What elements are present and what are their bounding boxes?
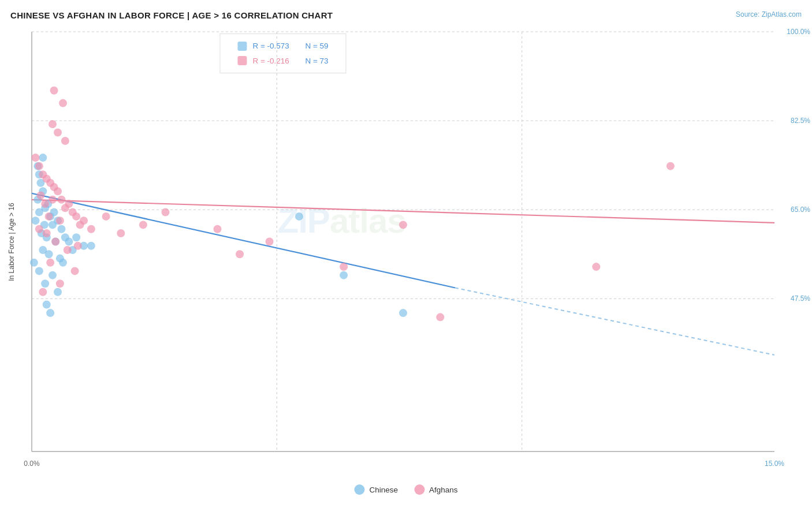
svg-point-66 [72,212,80,221]
svg-point-51 [35,162,43,170]
svg-point-83 [61,137,69,145]
svg-point-33 [35,267,43,275]
svg-point-84 [666,162,675,170]
svg-point-68 [35,225,43,233]
svg-line-9 [455,288,774,354]
svg-point-39 [46,309,54,317]
legend-afghans-label: Afghans [429,486,458,494]
svg-point-75 [46,259,54,267]
svg-point-56 [36,192,44,200]
svg-point-37 [54,288,62,296]
svg-point-91 [139,221,147,229]
svg-point-81 [49,120,57,128]
svg-line-10 [32,200,774,223]
svg-point-49 [39,154,47,162]
svg-point-38 [43,301,51,309]
x-tick-0: 0.0% [24,460,39,468]
legend-chinese-dot [354,484,364,495]
svg-point-72 [51,238,59,246]
svg-point-74 [74,242,82,250]
chart-svg [32,32,774,451]
svg-point-41 [72,233,80,241]
svg-point-92 [117,229,125,237]
y-tick-82: 82.5% [791,117,810,125]
svg-point-30 [45,250,53,258]
svg-point-71 [87,225,95,233]
svg-point-46 [399,309,407,317]
chart-title: CHINESE VS AFGHAN IN LABOR FORCE | AGE >… [10,10,333,20]
x-tick-15: 15.0% [765,460,784,468]
svg-point-60 [41,200,49,208]
svg-point-26 [57,225,65,233]
y-tick-100: 100.0% [787,28,810,36]
svg-point-89 [214,225,222,233]
legend-chinese-label: Chinese [369,486,398,494]
svg-point-73 [64,246,72,254]
svg-point-58 [54,187,62,195]
source-label: Source: ZipAtlas.com [736,10,802,18]
legend-afghans: Afghans [414,484,458,495]
svg-point-78 [39,288,47,296]
svg-point-69 [80,217,88,225]
svg-point-57 [49,196,57,204]
svg-point-18 [31,217,39,225]
svg-point-95 [399,221,407,229]
svg-point-85 [592,263,600,271]
chart-container: CHINESE VS AFGHAN IN LABOR FORCE | AGE >… [0,0,812,515]
svg-point-63 [45,212,53,221]
y-tick-47: 47.5% [791,294,810,303]
svg-point-64 [56,217,64,225]
svg-point-32 [30,259,38,267]
svg-point-77 [56,279,64,288]
chart-area: 100.0% 82.5% 65.0% 47.5% 0.0% 15.0% ZIPa… [32,32,774,451]
chart-legend: Chinese Afghans [354,484,457,495]
svg-point-28 [65,238,73,246]
svg-point-62 [65,200,73,208]
svg-point-86 [340,263,348,271]
svg-point-76 [71,267,79,275]
svg-point-44 [295,212,303,221]
svg-line-8 [32,193,455,288]
legend-afghans-dot [414,484,424,495]
svg-point-88 [236,250,244,258]
svg-point-70 [43,229,51,237]
svg-point-36 [41,279,49,288]
svg-point-94 [436,313,444,321]
svg-point-82 [54,128,62,136]
svg-point-34 [49,271,57,279]
y-axis-label: In Labor Force | Age > 16 [8,203,16,281]
svg-point-80 [59,99,67,107]
svg-point-59 [57,196,65,204]
svg-point-35 [59,259,67,267]
svg-point-45 [340,271,348,279]
svg-point-93 [102,212,110,221]
svg-point-79 [50,87,58,95]
svg-point-90 [161,208,169,217]
legend-chinese: Chinese [354,484,398,495]
svg-point-87 [266,238,274,246]
svg-point-16 [35,208,43,217]
svg-point-43 [87,242,95,250]
y-tick-65: 65.0% [791,206,810,214]
svg-point-50 [31,154,39,162]
